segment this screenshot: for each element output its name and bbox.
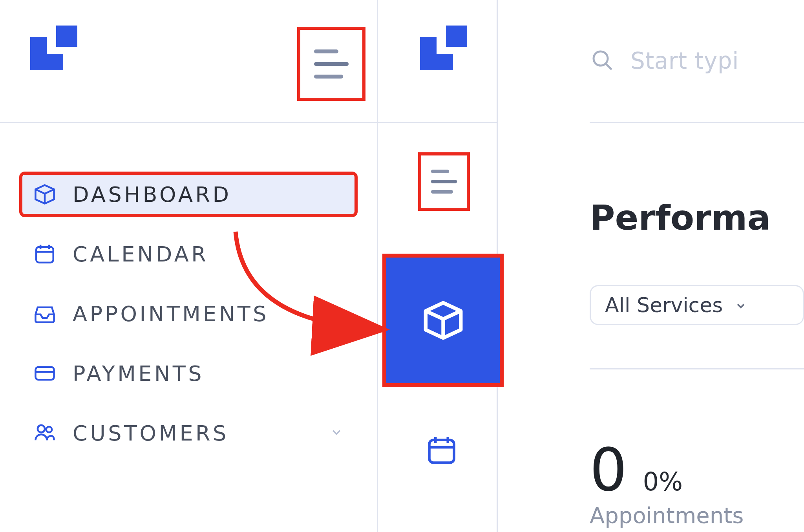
sidebar-item-dashboard[interactable]: DASHBOARD xyxy=(22,174,355,215)
services-filter-label: All Services xyxy=(605,293,723,317)
svg-point-3 xyxy=(46,427,52,433)
expand-sidebar-button[interactable] xyxy=(418,152,470,211)
inbox-icon xyxy=(33,302,56,325)
card-icon xyxy=(33,362,56,385)
app-logo xyxy=(30,26,77,73)
svg-point-4 xyxy=(594,51,608,66)
sidebar-item-label: PAYMENTS xyxy=(73,361,204,386)
cube-icon xyxy=(33,183,56,206)
app-logo xyxy=(420,26,467,73)
search-bar[interactable]: Start typi xyxy=(590,0,804,123)
calendar-icon xyxy=(33,243,56,265)
collapse-sidebar-button[interactable] xyxy=(297,27,365,101)
svg-rect-1 xyxy=(35,367,54,380)
sidebar-item-appointments[interactable]: APPOINTMENTS xyxy=(22,293,355,334)
search-icon xyxy=(590,48,615,74)
sidebar-item-label: APPOINTMENTS xyxy=(73,302,269,326)
kpi-percent: 0% xyxy=(643,467,683,496)
kpi-block: 0 0% xyxy=(590,441,683,499)
kpi-sublabel: Appointments xyxy=(590,503,744,528)
sidebar-item-payments[interactable]: PAYMENTS xyxy=(22,353,355,394)
svg-rect-0 xyxy=(36,247,53,263)
sidebar-item-label: CALENDAR xyxy=(73,242,208,267)
sidebar-item-calendar[interactable]: CALENDAR xyxy=(22,234,355,274)
main-panel: Start typi Performa All Services 0 0% Ap… xyxy=(498,0,804,532)
chevron-down-icon xyxy=(735,293,747,317)
kpi-value: 0 xyxy=(590,441,627,499)
cube-icon xyxy=(422,299,465,342)
sidebar-item-label: CUSTOMERS xyxy=(73,421,229,446)
sidebar-collapsed-item-dashboard[interactable] xyxy=(382,254,504,387)
people-icon xyxy=(33,422,56,444)
calendar-icon xyxy=(425,434,458,467)
sidebar-item-customers[interactable]: CUSTOMERS xyxy=(22,413,355,453)
sidebar-item-label: DASHBOARD xyxy=(73,182,231,207)
page-title: Performa xyxy=(590,197,804,238)
divider xyxy=(590,368,804,369)
search-placeholder: Start typi xyxy=(630,48,739,74)
services-filter[interactable]: All Services xyxy=(590,285,804,325)
svg-rect-5 xyxy=(429,440,454,463)
svg-point-2 xyxy=(38,425,45,432)
sidebar-collapsed-item-calendar[interactable] xyxy=(425,434,458,468)
chevron-down-icon xyxy=(329,425,344,441)
